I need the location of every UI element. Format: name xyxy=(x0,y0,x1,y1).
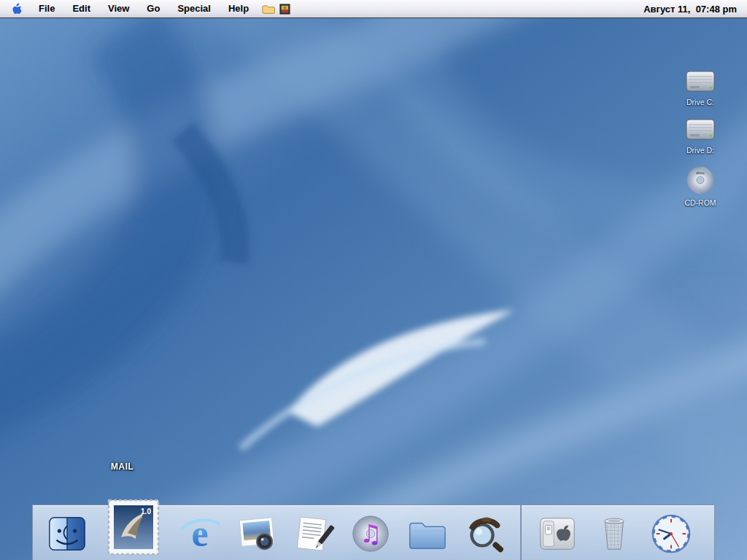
desktop-wallpaper xyxy=(0,0,747,560)
svg-text:1.0: 1.0 xyxy=(141,508,151,516)
menu-item-view[interactable]: View xyxy=(99,0,138,18)
dock-item-internet-explorer[interactable]: e xyxy=(179,513,221,555)
picture-icon[interactable] xyxy=(279,4,290,15)
dock-tooltip-mail: MAIL xyxy=(111,462,133,472)
hard-drive-icon xyxy=(684,68,716,96)
text-editor-icon xyxy=(293,513,335,555)
cd-icon: disc xyxy=(684,164,716,196)
hard-drive-icon xyxy=(684,116,716,144)
dock-item-finder[interactable] xyxy=(46,513,88,555)
aqua-swirl-graphic xyxy=(0,0,747,560)
mail-stamp-icon: 1.0 xyxy=(103,497,164,558)
folder-icon xyxy=(406,513,449,555)
desktop-icon-label: Drive C: xyxy=(686,98,714,106)
dock-item-folder[interactable] xyxy=(406,513,449,555)
dock-separator xyxy=(520,505,522,560)
desktop-icon-label: CD-ROM xyxy=(684,198,716,207)
menu-item-go[interactable]: Go xyxy=(138,0,169,18)
photos-icon xyxy=(236,513,278,555)
dock-item-music[interactable]: ♫ xyxy=(349,513,392,555)
sherlock-icon xyxy=(463,513,506,555)
menu-item-help[interactable]: Help xyxy=(220,0,258,18)
menu-bar: File Edit View Go Special Help Август 11… xyxy=(0,0,747,18)
menu-item-edit[interactable]: Edit xyxy=(63,0,99,18)
dock-item-clock[interactable] xyxy=(650,513,692,555)
dock-item-photos[interactable] xyxy=(236,513,278,555)
dock: 1.0 e xyxy=(32,505,715,560)
svg-text:♫: ♫ xyxy=(359,519,382,548)
dock-item-system-preferences[interactable] xyxy=(536,513,578,555)
menu-item-special[interactable]: Special xyxy=(169,0,220,18)
dock-item-sherlock[interactable] xyxy=(463,513,506,555)
dock-item-trash[interactable] xyxy=(593,513,635,555)
menubar-status-icons xyxy=(262,4,290,15)
apple-menu[interactable] xyxy=(6,2,30,15)
folder-icon[interactable] xyxy=(262,4,275,15)
internet-explorer-icon: e xyxy=(179,513,221,555)
desktop-icon-column: Drive C: Drive D: disc CD-ROM xyxy=(670,68,731,217)
desktop-icon-drive-d[interactable]: Drive D: xyxy=(670,116,731,155)
dock-item-text-editor[interactable] xyxy=(293,513,335,555)
system-preferences-icon xyxy=(536,513,578,555)
svg-text:disc: disc xyxy=(696,171,705,175)
menubar-clock[interactable]: Август 11, 07:48 pm xyxy=(643,4,741,15)
clock-icon xyxy=(650,513,692,555)
finder-icon xyxy=(46,513,88,555)
desktop-icon-drive-c[interactable]: Drive C: xyxy=(670,68,731,106)
dock-item-mail[interactable]: 1.0 xyxy=(103,497,164,558)
apple-icon xyxy=(12,2,23,15)
desktop-icon-label: Drive D: xyxy=(686,146,714,155)
menu-item-file[interactable]: File xyxy=(30,0,63,18)
music-cd-icon: ♫ xyxy=(349,513,392,555)
trash-icon xyxy=(593,513,635,555)
desktop-icon-cd-rom[interactable]: disc CD-ROM xyxy=(670,164,731,207)
